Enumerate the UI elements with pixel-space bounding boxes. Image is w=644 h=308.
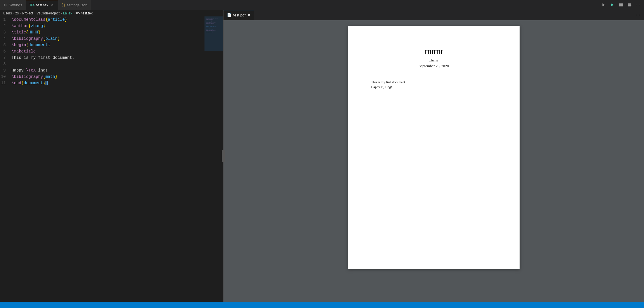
tex-icon: TEX xyxy=(29,3,35,7)
pdf-title: HHHH xyxy=(371,49,497,56)
tab-settings-label: Settings xyxy=(9,3,22,7)
tab-pdf[interactable]: 📄 test.pdf ✕ xyxy=(223,10,254,20)
pdf-toolbar-right: ··· xyxy=(634,11,644,19)
code-editor[interactable]: 1 \documentclass{article} 2 \author{zhan… xyxy=(0,16,223,302)
close-tab-test-tex[interactable]: ✕ xyxy=(50,3,54,7)
run-play-button[interactable] xyxy=(609,2,616,8)
pdf-tab-label: test.pdf xyxy=(233,13,246,17)
pdf-tab-bar: 📄 test.pdf ✕ ··· xyxy=(223,10,644,20)
run-button[interactable] xyxy=(600,2,607,8)
svg-rect-0 xyxy=(619,3,621,7)
gear-icon: ⚙ xyxy=(3,3,7,7)
breadcrumb: Users › zs › Project › VsCodeProject › L… xyxy=(0,10,223,16)
tex-breadcrumb-icon: TEX xyxy=(76,12,80,15)
tab-test-tex[interactable]: TEX test.tex ✕ xyxy=(26,0,58,10)
breadcrumb-project: Project xyxy=(22,11,33,15)
code-line-11: 11 \end{document}| xyxy=(0,80,223,86)
code-line-5: 5 \begin{document} xyxy=(0,42,223,48)
code-line-7: 7 This is my first document. xyxy=(0,55,223,61)
main-content: Users › zs › Project › VsCodeProject › L… xyxy=(0,10,644,302)
pdf-more-actions-button[interactable]: ··· xyxy=(634,11,642,19)
svg-rect-3 xyxy=(628,5,631,6)
breadcrumb-filename: test.tex xyxy=(82,11,93,15)
code-line-10: 10 \bibliography{math} xyxy=(0,74,223,80)
pdf-body-line1: This is my first document. xyxy=(371,80,497,85)
editor-pane: Users › zs › Project › VsCodeProject › L… xyxy=(0,10,223,302)
svg-rect-2 xyxy=(628,3,631,5)
json-icon: {·} xyxy=(62,3,65,7)
editor-tab-bar: ⚙ Settings TEX test.tex ✕ {·} settings.j… xyxy=(0,0,644,10)
breadcrumb-vsproject: VsCodeProject xyxy=(37,11,60,15)
status-bar xyxy=(0,302,644,308)
editor-toolbar: ··· xyxy=(600,1,644,9)
code-lines: 1 \documentclass{article} 2 \author{zhan… xyxy=(0,16,223,86)
pdf-date: September 23, 2020 xyxy=(371,64,497,68)
svg-rect-1 xyxy=(621,3,623,7)
pane-divider[interactable]: T xyxy=(223,10,223,302)
breadcrumb-zs: zs xyxy=(15,11,19,15)
pdf-tab-icon: 📄 xyxy=(227,13,232,17)
pdf-content[interactable]: HHHH zhang September 23, 2020 This is my… xyxy=(223,20,644,302)
tab-settings[interactable]: ⚙ Settings xyxy=(0,0,26,10)
layout-button[interactable] xyxy=(626,2,633,8)
minimap: \documentclass{article} \author{zhang} \… xyxy=(204,16,223,51)
pdf-body-line2: Happy TEXing! xyxy=(371,85,497,90)
close-tab-pdf[interactable]: ✕ xyxy=(247,13,251,17)
code-line-8: 8 xyxy=(0,61,223,67)
split-editor-button[interactable] xyxy=(617,2,625,8)
code-line-2: 2 \author{zhang} xyxy=(0,23,223,29)
divider-letter: T xyxy=(221,154,225,158)
code-line-1: 1 \documentclass{article} xyxy=(0,16,223,23)
code-line-4: 4 \bibliography{plain} xyxy=(0,35,223,42)
breadcrumb-users: Users xyxy=(3,11,12,15)
code-line-3: 3 \title{HHHH} xyxy=(0,29,223,35)
tab-test-tex-label: test.tex xyxy=(36,3,48,7)
tab-settings-json[interactable]: {·} settings.json xyxy=(58,0,91,10)
pdf-author: zhang xyxy=(371,58,497,63)
breadcrumb-latex: LaTex xyxy=(63,11,72,15)
code-line-9: 9 Happy \TeX ing! xyxy=(0,67,223,74)
more-actions-button[interactable]: ··· xyxy=(634,1,642,9)
code-line-6: 6 \maketitle xyxy=(0,48,223,55)
pdf-body: This is my first document. Happy TEXing! xyxy=(371,80,497,90)
tab-settings-json-label: settings.json xyxy=(67,3,87,7)
pdf-page: HHHH zhang September 23, 2020 This is my… xyxy=(348,26,520,269)
pdf-pane: 📄 test.pdf ✕ ··· HHHH zhang September 23… xyxy=(223,10,644,302)
